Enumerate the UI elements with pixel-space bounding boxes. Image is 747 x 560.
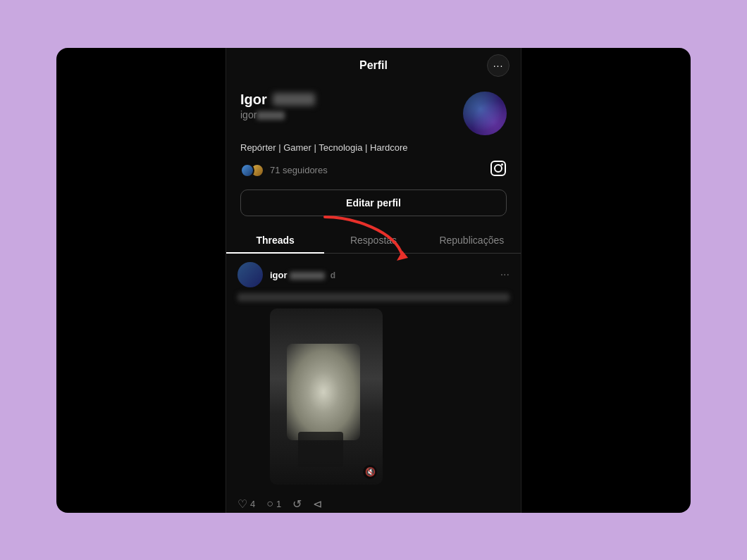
post-menu-icon[interactable]: ··· [500, 268, 510, 281]
post-username-blurred [290, 272, 325, 280]
followers-row: 71 seguidores [240, 160, 507, 181]
post-header: igor d ··· [237, 262, 510, 287]
profile-section: Igor igor Repórter | Gamer | Tecnologia … [226, 83, 521, 228]
profile-info: Igor igor [240, 92, 463, 126]
svg-point-2 [501, 163, 503, 166]
profile-top: Igor igor [240, 92, 507, 135]
menu-button[interactable]: ··· [487, 54, 510, 77]
tab-threads[interactable]: Threads [226, 228, 324, 253]
mute-icon: 🔇 [363, 465, 377, 479]
like-count: 4 [250, 499, 255, 509]
post-meta: igor d [270, 268, 335, 281]
svg-point-1 [495, 165, 502, 172]
tabs: Threads Respostas Republicações [226, 228, 521, 254]
post-container: igor d ··· 🔇 ♡ 4 ○ [226, 254, 521, 513]
edit-profile-button[interactable]: Editar perfil [240, 189, 507, 216]
tab-republicacoes[interactable]: Republicações [423, 228, 521, 253]
share-icon: ⊲ [313, 497, 322, 511]
header: Perfil ··· [226, 48, 521, 83]
followers-left: 71 seguidores [240, 163, 328, 178]
repost-button[interactable]: ↺ [292, 497, 302, 511]
comment-button[interactable]: ○ 1 [266, 497, 281, 510]
username-blurred [257, 111, 285, 120]
follower-avatar-1 [240, 163, 254, 178]
profile-username: igor [240, 109, 463, 120]
instagram-icon[interactable] [490, 160, 507, 181]
page-title: Perfil [359, 59, 388, 72]
follower-avatars [240, 163, 260, 178]
like-button[interactable]: ♡ 4 [237, 497, 255, 511]
svg-rect-0 [491, 161, 505, 175]
comment-count: 1 [276, 499, 281, 509]
post-user-info: igor d [237, 262, 335, 287]
tab-respostas[interactable]: Respostas [324, 228, 422, 253]
bio: Repórter | Gamer | Tecnologia | Hardcore [240, 142, 507, 153]
post-image: 🔇 [270, 309, 383, 485]
three-dots-icon: ··· [493, 60, 504, 71]
heart-icon: ♡ [237, 497, 247, 511]
post-text-blurred [237, 293, 510, 301]
profile-name: Igor [240, 92, 463, 108]
comment-icon: ○ [266, 497, 273, 510]
avatar [463, 92, 507, 135]
share-button[interactable]: ⊲ [313, 497, 322, 511]
repost-icon: ↺ [292, 497, 302, 511]
name-blurred [273, 93, 315, 106]
device-frame: Perfil ··· Igor igor Repórter | G [56, 48, 691, 513]
followers-count: 71 seguidores [270, 165, 328, 175]
post-username: igor d [270, 270, 335, 280]
post-actions: ♡ 4 ○ 1 ↺ ⊲ [237, 492, 510, 511]
app-container: Perfil ··· Igor igor Repórter | G [226, 48, 521, 513]
post-avatar [237, 262, 263, 287]
